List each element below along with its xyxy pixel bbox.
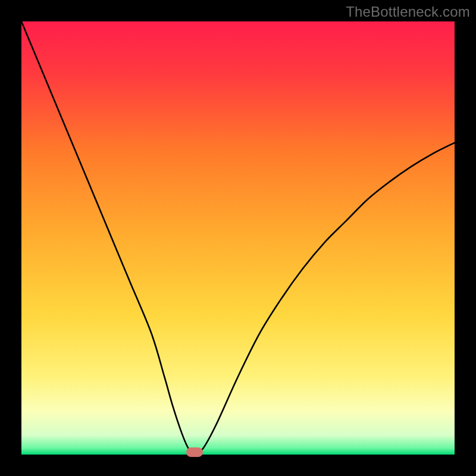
chart-svg — [21, 21, 455, 455]
curve-minimum-marker — [186, 447, 203, 457]
gradient-background — [21, 21, 455, 455]
chart-frame: TheBottleneck.com — [0, 0, 476, 476]
plot-area — [21, 21, 455, 455]
watermark-text: TheBottleneck.com — [346, 4, 470, 20]
